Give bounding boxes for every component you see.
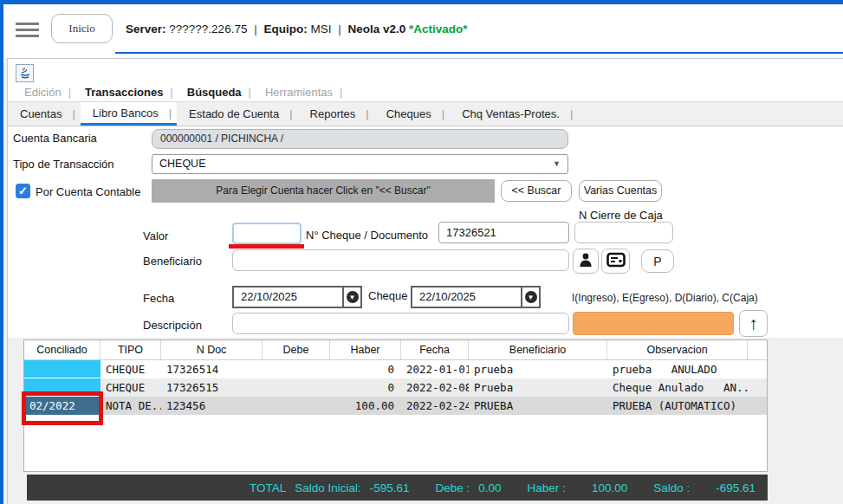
tab-label: Reportes: [310, 107, 356, 120]
n-cheque-documento-label: N° Cheque / Documento: [306, 229, 428, 242]
cheque-datepicker[interactable]: 22/10/2025 ▼: [411, 286, 541, 308]
fecha-datepicker[interactable]: 22/10/2025 ▼: [232, 286, 362, 308]
server-value: ??????.226.75: [169, 23, 247, 36]
separator: |: [159, 107, 172, 120]
saldo-label: Saldo :: [653, 481, 690, 494]
app-version: Neola v2.0: [348, 23, 406, 36]
debe-cell: [263, 378, 330, 397]
cheque-fecha-value: 22/10/2025: [412, 288, 521, 307]
col-header-fecha[interactable]: Fecha: [401, 340, 469, 359]
chevron-down-icon: ▼: [553, 155, 561, 173]
ndoc-cell: 17326514: [161, 360, 263, 378]
id-card-icon: [606, 252, 626, 271]
debe-cell: [263, 360, 330, 378]
tab-cuentas[interactable]: Cuentas |: [8, 102, 81, 126]
tipo-codes-hint: I(Ingreso), E(Egreso), D(Diario), C(Caja…: [572, 292, 758, 304]
ndoc-cell: 123456: [161, 397, 263, 415]
col-header-conciliado[interactable]: Conciliado: [24, 340, 101, 359]
tab-reportes[interactable]: Reportes |: [298, 102, 374, 126]
menu-bar: Edición | Transacciones | Búsqueda | Her…: [19, 84, 351, 100]
equipo-label: Equipo:: [263, 23, 307, 36]
beneficiario-cell: PRUEBA: [469, 397, 607, 415]
menu-item-transacciones[interactable]: Transacciones: [80, 86, 168, 99]
table-row[interactable]: CHEQUE 17326515 0 2022-02-08 Prueba Cheq…: [24, 378, 767, 397]
fecha-cell: 2022-02-08: [401, 378, 469, 397]
tipo-transaccion-label: Tipo de Transacción: [13, 158, 114, 171]
table-body: CHEQUE 17326514 0 2022-01-01 prueba prue…: [24, 360, 767, 415]
descripcion-label: Descripción: [143, 319, 202, 332]
table-header-row: Conciliado TIPO N Doc Debe Haber Fecha B…: [24, 340, 767, 360]
saldo-inicial-value: -595.61: [370, 481, 410, 494]
java-app-icon: [16, 64, 34, 82]
cuenta-bancaria-label: Cuenta Bancaria: [13, 132, 97, 145]
red-annotation-underline: [229, 244, 304, 249]
valor-label: Valor: [143, 229, 168, 242]
menu-item-edicion[interactable]: Edición: [19, 86, 67, 99]
descripcion-input[interactable]: [232, 313, 569, 334]
tipo-transaccion-value: CHEQUE: [159, 158, 205, 170]
tipo-transaccion-select[interactable]: CHEQUE ▼: [152, 154, 568, 174]
app-window: Inicio Server: ??????.226.75 | Equipo: M…: [0, 0, 843, 504]
home-button[interactable]: Inicio: [51, 14, 113, 43]
person-lookup-button[interactable]: [573, 249, 599, 274]
fecha-dropdown-button[interactable]: ▼: [342, 288, 360, 307]
buscar-button[interactable]: << Buscar: [501, 180, 572, 202]
red-annotation-box: [22, 391, 103, 425]
menu-item-busqueda[interactable]: Búsqueda: [182, 86, 247, 99]
separator: |: [279, 107, 292, 120]
total-label: TOTAL: [250, 481, 286, 494]
col-header-debe[interactable]: Debe: [263, 340, 330, 359]
tipo-code-input[interactable]: [573, 312, 734, 335]
por-cuenta-contable-label: Por Cuenta Contable: [36, 185, 140, 198]
menu-item-herramientas[interactable]: Herramientas: [260, 86, 338, 99]
valor-input[interactable]: [232, 223, 302, 244]
fecha-value: 22/10/2025: [234, 288, 342, 307]
tab-chq-ventas-protes[interactable]: Chq Ventas-Protes. |: [450, 102, 578, 126]
contact-card-button[interactable]: [601, 249, 630, 274]
activation-status: *Activado*: [409, 23, 468, 36]
col-header-haber[interactable]: Haber: [330, 340, 401, 359]
window-left-border: [0, 0, 3, 504]
app-header: Inicio Server: ??????.226.75 | Equipo: M…: [3, 4, 843, 58]
elegir-cuenta-banner: Para Elegir Cuenta hacer Click en "<< Bu…: [152, 179, 495, 203]
haber-cell: 0: [330, 360, 401, 378]
cheque-dropdown-button[interactable]: ▼: [521, 288, 539, 307]
table-row[interactable]: CHEQUE 17326514 0 2022-01-01 prueba prue…: [24, 360, 767, 378]
separator: |: [338, 86, 351, 99]
beneficiario-input[interactable]: [232, 249, 569, 271]
submit-up-button[interactable]: ↑: [739, 310, 768, 337]
saldo-value: -695.61: [716, 481, 755, 494]
server-label: Server:: [126, 23, 166, 36]
n-cheque-input[interactable]: 17326521: [438, 222, 569, 243]
beneficiario-cell: prueba: [469, 360, 607, 378]
tipo-cell: CHEQUE: [101, 360, 161, 378]
server-status-line: Server: ??????.226.75 | Equipo: MSI | Ne…: [126, 23, 468, 36]
tab-libro-bancos[interactable]: Libro Bancos |: [81, 102, 177, 126]
tab-cheques[interactable]: Cheques |: [374, 102, 450, 126]
col-header-tipo[interactable]: TIPO: [101, 340, 161, 359]
conciliado-cell[interactable]: [24, 360, 101, 378]
totals-bar: TOTAL Saldo Inicial: -595.61 Debe : 0.00…: [27, 475, 768, 501]
tab-estado-de-cuenta[interactable]: Estado de Cuenta |: [177, 102, 297, 126]
chevron-down-icon: ▼: [525, 291, 537, 303]
separator: |: [247, 86, 260, 99]
up-arrow-icon: ↑: [749, 313, 758, 333]
debe-cell: [263, 397, 330, 415]
separator: |: [355, 107, 368, 120]
fecha-cell: 2022-02-24: [401, 397, 469, 415]
observacion-cell: PRUEBA (AUTOMATICO): [607, 397, 748, 415]
n-cierre-caja-input[interactable]: [574, 222, 673, 243]
tipo-cell: CHEQUE: [101, 378, 161, 397]
col-header-ndoc[interactable]: N Doc: [161, 340, 263, 359]
equipo-value: MSI: [310, 23, 331, 36]
table-row-selected[interactable]: 02/2022 NOTA DE... 123456 100.00 2022-02…: [24, 397, 767, 415]
col-header-beneficiario[interactable]: Beneficiario: [469, 340, 607, 359]
n-cierre-caja-label: N Cierre de Caja: [579, 209, 663, 222]
por-cuenta-contable-checkbox[interactable]: ✓: [16, 184, 30, 198]
col-header-observacion[interactable]: Observacion: [607, 340, 748, 359]
varias-cuentas-button[interactable]: Varias Cuentas: [579, 180, 662, 202]
hamburger-menu-icon[interactable]: [16, 23, 39, 37]
tab-bar: Cuentas | Libro Bancos | Estado de Cuent…: [8, 101, 843, 126]
p-button[interactable]: P: [641, 249, 674, 273]
fecha-cell: 2022-01-01: [401, 360, 469, 378]
